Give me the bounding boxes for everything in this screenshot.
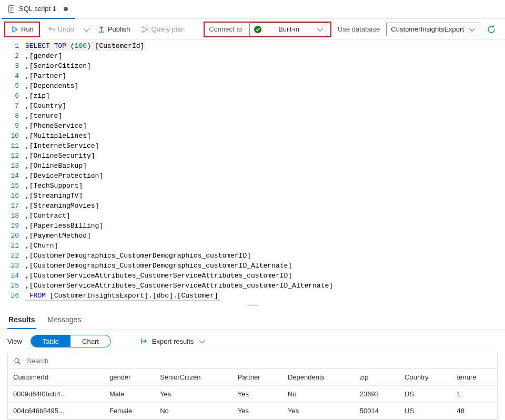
- code-line[interactable]: ,[CustomerServiceAttributes_CustomerServ…: [25, 271, 505, 281]
- code-line[interactable]: ,[zip]: [25, 91, 505, 101]
- code-line[interactable]: ,[InternetService]: [25, 141, 505, 151]
- table-cell: 1: [452, 386, 497, 403]
- view-table-pill[interactable]: Table: [31, 335, 70, 347]
- publish-button[interactable]: Publish: [94, 23, 134, 36]
- table-cell: Yes: [282, 403, 355, 419]
- table-cell: 004c646b8495...: [8, 403, 104, 419]
- connect-to-label: Connect to: [209, 25, 242, 33]
- tab-results[interactable]: Results: [7, 313, 36, 329]
- column-header[interactable]: gender: [104, 369, 155, 386]
- line-number: 1: [0, 41, 19, 51]
- table-cell: US: [399, 403, 452, 419]
- toolbar: Run Undo Publish Query plan Connect to B…: [0, 19, 505, 40]
- column-header[interactable]: CustomerId: [8, 369, 104, 386]
- undo-dropdown-icon[interactable]: [84, 25, 89, 31]
- search-icon: [13, 357, 22, 365]
- query-plan-button[interactable]: Query plan: [138, 23, 188, 36]
- view-chart-pill[interactable]: Chart: [70, 335, 110, 347]
- svg-line-9: [18, 362, 21, 364]
- code-line[interactable]: ,[CustomerServiceAttributes_CustomerServ…: [25, 281, 505, 291]
- table-cell: 23693: [355, 386, 399, 403]
- code-line[interactable]: SELECT TOP (100) [CustomerId]: [25, 41, 145, 51]
- export-label: Export results: [152, 337, 194, 345]
- line-number: 24: [0, 271, 19, 281]
- grid-search-input[interactable]: [26, 356, 492, 365]
- table-cell: Yes: [155, 386, 233, 403]
- code-line[interactable]: ,[DeviceProtection]: [25, 171, 505, 181]
- line-number: 5: [0, 81, 19, 91]
- code-line[interactable]: ,[CustomerDemographics_CustomerDemograph…: [25, 251, 505, 261]
- line-number: 26: [0, 291, 19, 301]
- table-row[interactable]: 0009d64f0bcb4...MaleYesYesNo23693US1: [8, 386, 497, 403]
- table-cell: Yes: [233, 403, 282, 419]
- line-number: 7: [0, 101, 19, 111]
- undo-button[interactable]: Undo: [44, 23, 77, 36]
- column-header[interactable]: zip: [355, 369, 399, 386]
- line-number: 25: [0, 281, 19, 291]
- editor-tab-bar: SQL script 1: [0, 0, 505, 19]
- code-line[interactable]: ,[SeniorCitizen]: [25, 61, 505, 71]
- results-tab-bar: Results Messages: [0, 309, 505, 330]
- run-button[interactable]: Run: [7, 23, 37, 36]
- code-editor[interactable]: 1234567891011121314151617181920212223242…: [0, 40, 505, 302]
- code-line[interactable]: ,[StreamingTV]: [25, 191, 505, 201]
- column-header[interactable]: SeniorCitizen: [155, 369, 233, 386]
- line-number: 14: [0, 171, 19, 181]
- highlight-run: Run: [4, 22, 40, 37]
- view-switch: Table Chart: [31, 335, 111, 347]
- line-number: 4: [0, 71, 19, 81]
- code-line[interactable]: ,[Country]: [25, 101, 505, 111]
- table-cell: Female: [104, 403, 155, 419]
- code-line[interactable]: ,[PaymentMethod]: [25, 231, 505, 241]
- code-line[interactable]: ,[tenure]: [25, 111, 505, 121]
- run-label: Run: [21, 25, 34, 33]
- refresh-button[interactable]: [487, 25, 496, 34]
- code-line[interactable]: ,[TechSupport]: [25, 181, 505, 191]
- table-row[interactable]: 004c646b8495...FemaleNoYesYes50014US48: [8, 403, 497, 419]
- code-line[interactable]: ,[Churn]: [25, 241, 505, 251]
- code-line[interactable]: ,[MultipleLines]: [25, 131, 505, 141]
- use-database-label: Use database: [338, 25, 380, 33]
- line-number-gutter: 1234567891011121314151617181920212223242…: [0, 40, 25, 302]
- line-number: 2: [0, 51, 19, 61]
- connect-to-dropdown[interactable]: Built-in: [249, 23, 328, 36]
- tab-messages[interactable]: Messages: [47, 313, 83, 329]
- column-header[interactable]: tenure: [452, 369, 497, 386]
- column-header[interactable]: Partner: [233, 369, 282, 386]
- use-database-dropdown[interactable]: CustomerInsightsExport: [386, 23, 480, 36]
- line-number: 9: [0, 121, 19, 131]
- tab-sql-script-1[interactable]: SQL script 1: [2, 0, 75, 19]
- svg-point-5: [142, 26, 144, 28]
- svg-point-6: [142, 30, 144, 32]
- code-area[interactable]: SELECT TOP (100) [CustomerId],[gender],[…: [25, 40, 505, 302]
- code-line[interactable]: ,[Partner]: [25, 71, 505, 81]
- code-line[interactable]: ,[PaperlessBilling]: [25, 221, 505, 231]
- code-line[interactable]: ,[CustomerDemographics_CustomerDemograph…: [25, 261, 505, 271]
- use-database-value: CustomerInsightsExport: [391, 25, 464, 33]
- line-number: 23: [0, 261, 19, 271]
- line-number: 15: [0, 181, 19, 191]
- code-line[interactable]: ,[StreamingMovies]: [25, 201, 505, 211]
- svg-point-7: [146, 28, 148, 30]
- line-number: 13: [0, 161, 19, 171]
- export-results-button[interactable]: Export results: [140, 337, 205, 345]
- line-number: 12: [0, 151, 19, 161]
- line-number: 8: [0, 111, 19, 121]
- column-header[interactable]: Country: [399, 369, 452, 386]
- code-line[interactable]: ,[OnlineSecurity]: [25, 151, 505, 161]
- pane-resize-handle[interactable]: [247, 304, 258, 307]
- line-number: 18: [0, 211, 19, 221]
- tab-messages-label: Messages: [48, 315, 82, 324]
- column-header[interactable]: Dependents: [282, 369, 355, 386]
- grid-search-row: [8, 353, 497, 369]
- code-line[interactable]: FROM [CustomerInsightsExport].[dbo].[Cus…: [25, 291, 220, 301]
- view-label: View: [7, 337, 22, 345]
- unsaved-indicator-icon: [64, 7, 68, 11]
- code-line[interactable]: ,[PhoneService]: [25, 121, 505, 131]
- line-number: 16: [0, 191, 19, 201]
- code-line[interactable]: ,[Contract]: [25, 211, 505, 221]
- code-line[interactable]: ,[OnlineBackup]: [25, 161, 505, 171]
- code-line[interactable]: ,[gender]: [25, 51, 505, 61]
- code-line[interactable]: ,[Dependents]: [25, 81, 505, 91]
- line-number: 17: [0, 201, 19, 211]
